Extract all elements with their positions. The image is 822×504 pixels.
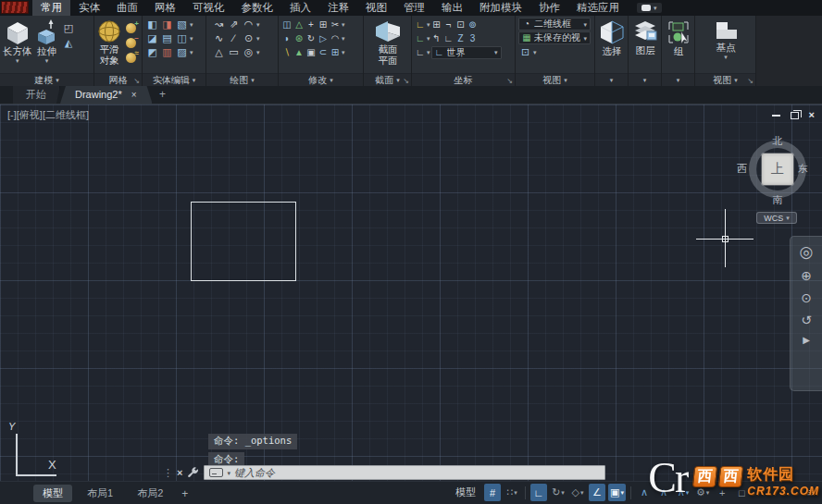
circle-icon[interactable]: ⊙ [242, 32, 255, 45]
chevron-down-icon[interactable]: ▾ [342, 49, 345, 55]
tab-annotate[interactable]: 注释 [319, 0, 357, 16]
annotation-scale-button[interactable]: ∧▾ [675, 484, 691, 501]
tab-insert[interactable]: 插入 [281, 0, 319, 16]
extract-edges-icon[interactable]: ◩ [145, 46, 159, 59]
arc-icon[interactable]: ◠ [242, 18, 255, 31]
app-logo-icon[interactable] [1, 1, 29, 14]
file-tab-start[interactable]: 开始 [13, 86, 60, 104]
solid-history-icon[interactable]: ▧ [175, 18, 189, 31]
select-button[interactable]: 选择 [598, 18, 626, 73]
tab-surface[interactable]: 曲面 [108, 0, 146, 16]
named-view-dropdown[interactable]: ▦ 未保存的视图 ▾ [518, 31, 591, 44]
taper-faces-icon[interactable]: ▨ [175, 46, 189, 59]
panel-label-modify[interactable]: 修改 ▾ [279, 73, 363, 86]
trim-icon[interactable]: ✂ [330, 18, 341, 31]
dialog-launcher-icon[interactable]: ↘ [133, 77, 140, 85]
restore-icon[interactable] [791, 112, 799, 119]
chevron-down-icon[interactable]: ▾ [190, 21, 193, 28]
3d-move-icon[interactable]: ◗ [281, 32, 293, 45]
workspace-switching-button[interactable]: ⚙▾ [694, 484, 711, 501]
chevron-down-icon[interactable]: ▾ [427, 35, 430, 42]
ucs-previous-icon[interactable]: ¬ [443, 18, 455, 31]
3d-polyline-icon[interactable]: ⇗ [227, 18, 241, 31]
ucs-view-icon[interactable]: ∟ [415, 46, 426, 59]
chevron-down-icon[interactable]: ▾ [256, 49, 260, 55]
line-icon[interactable]: ∕ [227, 32, 241, 45]
viewcube-east-label[interactable]: 东 [798, 162, 808, 176]
annotation-autoscale-toggle[interactable]: ∧ [655, 484, 672, 501]
section-plane-button[interactable]: 截面 平面 [373, 18, 403, 73]
dialog-launcher-icon[interactable]: ↘ [747, 77, 754, 85]
command-prompt-icon[interactable] [209, 468, 223, 477]
orbit-icon[interactable]: ↺ [801, 313, 812, 326]
ucs-origin-icon[interactable]: ∟ [443, 32, 455, 45]
tab-collaborate[interactable]: 协作 [530, 0, 568, 16]
layout-tab-1[interactable]: 布局1 [78, 485, 122, 502]
tab-mesh[interactable]: 网格 [146, 0, 184, 16]
tab-addins[interactable]: 附加模块 [471, 0, 530, 16]
panel-label-solid-editing[interactable]: 实体编辑 ▾ [143, 73, 206, 86]
polyline-icon[interactable]: ↝ [212, 18, 226, 31]
layout-tab-model[interactable]: 模型 [33, 485, 72, 502]
osnap-tracking-toggle[interactable]: ∠ [589, 484, 605, 501]
presspull-icon[interactable]: ◭ [62, 36, 76, 49]
chevron-down-icon[interactable]: ▾ [342, 35, 345, 42]
refine-mesh-icon[interactable]: ≈ [123, 51, 138, 64]
viewport-controls-label[interactable]: [-][俯视][二维线框] [7, 108, 89, 122]
fillet-edge-icon[interactable]: ▥ [160, 46, 174, 59]
tab-visualize[interactable]: 可视化 [184, 0, 233, 16]
chevron-down-icon[interactable]: ▾ [256, 21, 260, 28]
group-button[interactable]: 组 [666, 18, 691, 73]
chevron-down-icon[interactable]: ▾ [427, 49, 430, 55]
chevron-down-icon[interactable]: ▾ [190, 35, 193, 42]
chevron-down-icon[interactable]: ▾ [190, 49, 193, 55]
panel-label-selection[interactable]: ▾ [595, 73, 628, 86]
ucs-world-icon[interactable]: ⊞ [431, 18, 442, 31]
chevron-down-icon[interactable]: ▾ [533, 49, 537, 55]
object-snap-toggle[interactable]: ▣▾ [608, 484, 626, 501]
ucs-face-icon[interactable]: ⊡ [455, 18, 467, 31]
drawn-rectangle[interactable] [191, 202, 296, 281]
snap-toggle[interactable]: ∷▾ [504, 484, 520, 501]
viewcube-south-label[interactable]: 南 [770, 193, 785, 207]
rotate-icon[interactable]: ↻ [305, 32, 317, 45]
explode-icon[interactable]: ▲ [293, 46, 305, 59]
smooth-less-icon[interactable]: − [123, 36, 138, 49]
layers-button[interactable]: 图层 [631, 18, 659, 73]
panel-label-mesh[interactable]: 网格 ↘ [94, 73, 142, 86]
ucs-named-icon[interactable]: ∟ [415, 32, 426, 45]
customize-wrench-icon[interactable] [187, 467, 199, 479]
new-layout-button[interactable]: + [178, 487, 192, 500]
tab-parametric[interactable]: 参数化 [233, 0, 282, 16]
tab-solid[interactable]: 实体 [70, 0, 108, 16]
palette-grip-handle[interactable]: ⋮ [163, 467, 172, 479]
smooth-more-icon[interactable]: + [123, 21, 138, 34]
annotation-monitor-toggle[interactable]: + [714, 484, 730, 501]
array-rect-icon[interactable]: ⊞ [330, 46, 341, 59]
array-icon[interactable]: ⊛ [293, 32, 305, 45]
tab-output[interactable]: 输出 [433, 0, 471, 16]
viewcube-north-label[interactable]: 北 [770, 134, 785, 148]
erase-icon[interactable]: ∖ [281, 46, 293, 59]
viewcube-top-face[interactable]: 上 [762, 154, 793, 185]
layout-tab-2[interactable]: 布局2 [128, 485, 172, 502]
viewcube-west-label[interactable]: 西 [737, 162, 747, 176]
tab-view[interactable]: 视图 [357, 0, 395, 16]
customization-menu-button[interactable]: ≡ [806, 486, 814, 499]
subtract-icon[interactable]: ◨ [160, 18, 174, 31]
steering-wheel-icon[interactable]: ◎ [800, 244, 814, 260]
scale-icon[interactable]: ▷ [318, 32, 329, 45]
ucs-object-icon[interactable]: ⊚ [467, 18, 479, 31]
chevron-down-icon[interactable]: ▾ [427, 21, 430, 28]
ucs-3point-icon[interactable]: 3 [467, 32, 479, 45]
move-icon[interactable]: + [305, 18, 317, 31]
mirror-icon[interactable]: ◫ [281, 18, 293, 31]
showmotion-icon[interactable]: ▶ [803, 336, 810, 345]
smooth-object-button[interactable]: 平滑 对象 [97, 18, 121, 73]
chevron-down-icon[interactable]: ▾ [342, 21, 345, 28]
minimize-icon[interactable] [772, 115, 780, 117]
extrude-button[interactable]: 拉伸 ▾ [34, 18, 60, 73]
grid-toggle[interactable]: # [484, 484, 501, 501]
wcs-dropdown[interactable]: WCS ▾ [756, 212, 797, 224]
ribbon-display-toggle[interactable]: ▾ [637, 3, 662, 13]
